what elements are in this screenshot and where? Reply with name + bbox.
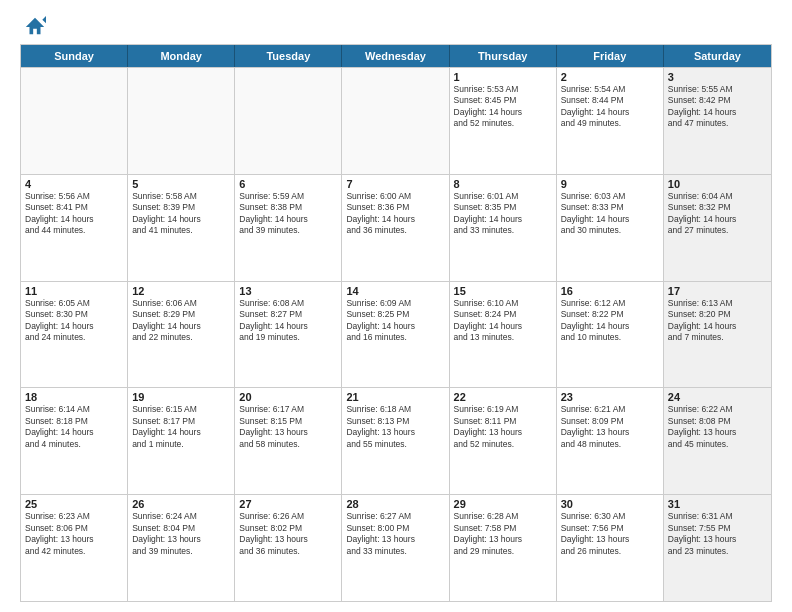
day-cell-16: 16Sunrise: 6:12 AM Sunset: 8:22 PM Dayli… (557, 282, 664, 388)
day-cell-20: 20Sunrise: 6:17 AM Sunset: 8:15 PM Dayli… (235, 388, 342, 494)
calendar-row-2: 11Sunrise: 6:05 AM Sunset: 8:30 PM Dayli… (21, 281, 771, 388)
day-info: Sunrise: 6:18 AM Sunset: 8:13 PM Dayligh… (346, 404, 444, 450)
day-number: 20 (239, 391, 337, 403)
day-info: Sunrise: 6:10 AM Sunset: 8:24 PM Dayligh… (454, 298, 552, 344)
day-cell-18: 18Sunrise: 6:14 AM Sunset: 8:18 PM Dayli… (21, 388, 128, 494)
header (20, 16, 772, 38)
day-number: 2 (561, 71, 659, 83)
day-number: 30 (561, 498, 659, 510)
day-info: Sunrise: 6:14 AM Sunset: 8:18 PM Dayligh… (25, 404, 123, 450)
day-cell-28: 28Sunrise: 6:27 AM Sunset: 8:00 PM Dayli… (342, 495, 449, 601)
day-info: Sunrise: 6:30 AM Sunset: 7:56 PM Dayligh… (561, 511, 659, 557)
header-day-thursday: Thursday (450, 45, 557, 67)
day-number: 24 (668, 391, 767, 403)
calendar-body: 1Sunrise: 5:53 AM Sunset: 8:45 PM Daylig… (21, 67, 771, 601)
day-number: 23 (561, 391, 659, 403)
day-cell-1: 1Sunrise: 5:53 AM Sunset: 8:45 PM Daylig… (450, 68, 557, 174)
header-day-saturday: Saturday (664, 45, 771, 67)
day-info: Sunrise: 6:06 AM Sunset: 8:29 PM Dayligh… (132, 298, 230, 344)
day-cell-4: 4Sunrise: 5:56 AM Sunset: 8:41 PM Daylig… (21, 175, 128, 281)
calendar-header: SundayMondayTuesdayWednesdayThursdayFrid… (21, 45, 771, 67)
day-number: 14 (346, 285, 444, 297)
day-cell-29: 29Sunrise: 6:28 AM Sunset: 7:58 PM Dayli… (450, 495, 557, 601)
empty-cell-0-3 (342, 68, 449, 174)
day-number: 18 (25, 391, 123, 403)
day-cell-11: 11Sunrise: 6:05 AM Sunset: 8:30 PM Dayli… (21, 282, 128, 388)
header-day-tuesday: Tuesday (235, 45, 342, 67)
day-info: Sunrise: 6:21 AM Sunset: 8:09 PM Dayligh… (561, 404, 659, 450)
day-number: 25 (25, 498, 123, 510)
day-info: Sunrise: 6:03 AM Sunset: 8:33 PM Dayligh… (561, 191, 659, 237)
day-info: Sunrise: 6:17 AM Sunset: 8:15 PM Dayligh… (239, 404, 337, 450)
day-cell-22: 22Sunrise: 6:19 AM Sunset: 8:11 PM Dayli… (450, 388, 557, 494)
day-cell-21: 21Sunrise: 6:18 AM Sunset: 8:13 PM Dayli… (342, 388, 449, 494)
day-cell-19: 19Sunrise: 6:15 AM Sunset: 8:17 PM Dayli… (128, 388, 235, 494)
calendar-row-4: 25Sunrise: 6:23 AM Sunset: 8:06 PM Dayli… (21, 494, 771, 601)
day-cell-9: 9Sunrise: 6:03 AM Sunset: 8:33 PM Daylig… (557, 175, 664, 281)
day-cell-5: 5Sunrise: 5:58 AM Sunset: 8:39 PM Daylig… (128, 175, 235, 281)
empty-cell-0-0 (21, 68, 128, 174)
header-day-monday: Monday (128, 45, 235, 67)
day-info: Sunrise: 6:26 AM Sunset: 8:02 PM Dayligh… (239, 511, 337, 557)
day-number: 17 (668, 285, 767, 297)
day-cell-12: 12Sunrise: 6:06 AM Sunset: 8:29 PM Dayli… (128, 282, 235, 388)
day-cell-27: 27Sunrise: 6:26 AM Sunset: 8:02 PM Dayli… (235, 495, 342, 601)
day-info: Sunrise: 6:24 AM Sunset: 8:04 PM Dayligh… (132, 511, 230, 557)
day-cell-2: 2Sunrise: 5:54 AM Sunset: 8:44 PM Daylig… (557, 68, 664, 174)
empty-cell-0-2 (235, 68, 342, 174)
logo (20, 16, 48, 38)
empty-cell-0-1 (128, 68, 235, 174)
day-number: 31 (668, 498, 767, 510)
day-number: 15 (454, 285, 552, 297)
day-cell-14: 14Sunrise: 6:09 AM Sunset: 8:25 PM Dayli… (342, 282, 449, 388)
day-number: 11 (25, 285, 123, 297)
day-cell-13: 13Sunrise: 6:08 AM Sunset: 8:27 PM Dayli… (235, 282, 342, 388)
day-number: 12 (132, 285, 230, 297)
day-info: Sunrise: 6:23 AM Sunset: 8:06 PM Dayligh… (25, 511, 123, 557)
day-number: 7 (346, 178, 444, 190)
day-cell-15: 15Sunrise: 6:10 AM Sunset: 8:24 PM Dayli… (450, 282, 557, 388)
header-day-sunday: Sunday (21, 45, 128, 67)
day-number: 10 (668, 178, 767, 190)
day-info: Sunrise: 6:31 AM Sunset: 7:55 PM Dayligh… (668, 511, 767, 557)
day-cell-10: 10Sunrise: 6:04 AM Sunset: 8:32 PM Dayli… (664, 175, 771, 281)
day-number: 28 (346, 498, 444, 510)
calendar-row-3: 18Sunrise: 6:14 AM Sunset: 8:18 PM Dayli… (21, 387, 771, 494)
day-number: 4 (25, 178, 123, 190)
day-number: 3 (668, 71, 767, 83)
header-day-wednesday: Wednesday (342, 45, 449, 67)
day-cell-7: 7Sunrise: 6:00 AM Sunset: 8:36 PM Daylig… (342, 175, 449, 281)
day-number: 5 (132, 178, 230, 190)
day-cell-8: 8Sunrise: 6:01 AM Sunset: 8:35 PM Daylig… (450, 175, 557, 281)
day-info: Sunrise: 6:19 AM Sunset: 8:11 PM Dayligh… (454, 404, 552, 450)
calendar: SundayMondayTuesdayWednesdayThursdayFrid… (20, 44, 772, 602)
header-day-friday: Friday (557, 45, 664, 67)
day-number: 6 (239, 178, 337, 190)
day-info: Sunrise: 6:15 AM Sunset: 8:17 PM Dayligh… (132, 404, 230, 450)
page: SundayMondayTuesdayWednesdayThursdayFrid… (0, 0, 792, 612)
day-info: Sunrise: 6:08 AM Sunset: 8:27 PM Dayligh… (239, 298, 337, 344)
day-info: Sunrise: 6:13 AM Sunset: 8:20 PM Dayligh… (668, 298, 767, 344)
day-info: Sunrise: 6:01 AM Sunset: 8:35 PM Dayligh… (454, 191, 552, 237)
day-cell-6: 6Sunrise: 5:59 AM Sunset: 8:38 PM Daylig… (235, 175, 342, 281)
day-number: 26 (132, 498, 230, 510)
day-number: 27 (239, 498, 337, 510)
day-cell-24: 24Sunrise: 6:22 AM Sunset: 8:08 PM Dayli… (664, 388, 771, 494)
day-info: Sunrise: 5:54 AM Sunset: 8:44 PM Dayligh… (561, 84, 659, 130)
day-info: Sunrise: 6:12 AM Sunset: 8:22 PM Dayligh… (561, 298, 659, 344)
day-number: 8 (454, 178, 552, 190)
day-cell-30: 30Sunrise: 6:30 AM Sunset: 7:56 PM Dayli… (557, 495, 664, 601)
day-info: Sunrise: 5:56 AM Sunset: 8:41 PM Dayligh… (25, 191, 123, 237)
day-number: 9 (561, 178, 659, 190)
day-info: Sunrise: 6:09 AM Sunset: 8:25 PM Dayligh… (346, 298, 444, 344)
day-number: 16 (561, 285, 659, 297)
day-cell-17: 17Sunrise: 6:13 AM Sunset: 8:20 PM Dayli… (664, 282, 771, 388)
day-number: 21 (346, 391, 444, 403)
day-cell-25: 25Sunrise: 6:23 AM Sunset: 8:06 PM Dayli… (21, 495, 128, 601)
day-info: Sunrise: 6:04 AM Sunset: 8:32 PM Dayligh… (668, 191, 767, 237)
calendar-row-1: 4Sunrise: 5:56 AM Sunset: 8:41 PM Daylig… (21, 174, 771, 281)
day-info: Sunrise: 6:05 AM Sunset: 8:30 PM Dayligh… (25, 298, 123, 344)
day-cell-31: 31Sunrise: 6:31 AM Sunset: 7:55 PM Dayli… (664, 495, 771, 601)
calendar-row-0: 1Sunrise: 5:53 AM Sunset: 8:45 PM Daylig… (21, 67, 771, 174)
day-info: Sunrise: 6:00 AM Sunset: 8:36 PM Dayligh… (346, 191, 444, 237)
